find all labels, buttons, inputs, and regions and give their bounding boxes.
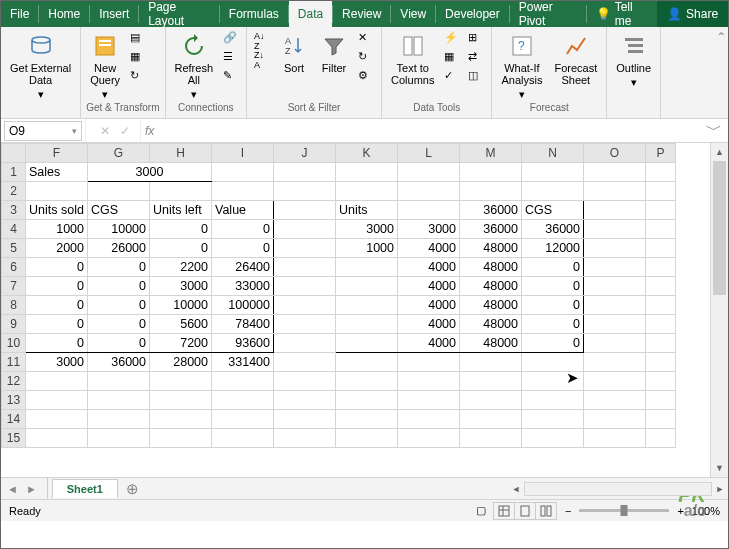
sort-az-button[interactable]: A↓Z — [252, 30, 272, 48]
cell-L9[interactable]: 4000 — [398, 315, 460, 334]
cell-F4[interactable]: 1000 — [26, 220, 88, 239]
cell-L5[interactable]: 4000 — [398, 239, 460, 258]
row-header-10[interactable]: 10 — [2, 334, 26, 353]
cell-G4[interactable]: 10000 — [88, 220, 150, 239]
enter-formula-button[interactable]: ✓ — [116, 124, 134, 138]
cell-O2[interactable] — [584, 182, 646, 201]
tab-formulas[interactable]: Formulas — [220, 1, 288, 27]
row-header-11[interactable]: 11 — [2, 353, 26, 372]
cell-G15[interactable] — [88, 429, 150, 448]
cell-N9[interactable]: 0 — [522, 315, 584, 334]
cell-I9[interactable]: 78400 — [212, 315, 274, 334]
cell-H5[interactable]: 0 — [150, 239, 212, 258]
row-header-7[interactable]: 7 — [2, 277, 26, 296]
cell-K7[interactable] — [336, 277, 398, 296]
sheet-nav-next[interactable]: ► — [26, 483, 37, 495]
cell-M2[interactable] — [460, 182, 522, 201]
row-header-6[interactable]: 6 — [2, 258, 26, 277]
cell-F10[interactable]: 0 — [26, 334, 88, 353]
vertical-scrollbar[interactable]: ▲ ▼ — [710, 143, 728, 477]
cell-G3[interactable]: CGS — [88, 201, 150, 220]
cell-L10[interactable]: 4000 — [398, 334, 460, 353]
cell-I3[interactable]: Value — [212, 201, 274, 220]
cell-N8[interactable]: 0 — [522, 296, 584, 315]
tab-developer[interactable]: Developer — [436, 1, 509, 27]
cell-J12[interactable] — [274, 372, 336, 391]
cell-M10[interactable]: 48000 — [460, 334, 522, 353]
sheet-nav-prev[interactable]: ◄ — [7, 483, 18, 495]
cell-H6[interactable]: 2200 — [150, 258, 212, 277]
cell-G2[interactable] — [88, 182, 150, 201]
col-header-K[interactable]: K — [336, 144, 398, 163]
cell-O1[interactable] — [584, 163, 646, 182]
cell-M9[interactable]: 48000 — [460, 315, 522, 334]
cell-N1[interactable] — [522, 163, 584, 182]
row-header-8[interactable]: 8 — [2, 296, 26, 315]
cell-P4[interactable] — [646, 220, 676, 239]
cell-H9[interactable]: 5600 — [150, 315, 212, 334]
row-header-1[interactable]: 1 — [2, 163, 26, 182]
cell-N5[interactable]: 12000 — [522, 239, 584, 258]
zoom-slider[interactable] — [579, 509, 669, 512]
page-layout-view-button[interactable] — [514, 502, 536, 520]
cell-G12[interactable] — [88, 372, 150, 391]
col-header-L[interactable]: L — [398, 144, 460, 163]
cell-N4[interactable]: 36000 — [522, 220, 584, 239]
cell-G13[interactable] — [88, 391, 150, 410]
cell-O8[interactable] — [584, 296, 646, 315]
normal-view-button[interactable] — [493, 502, 515, 520]
row-header-5[interactable]: 5 — [2, 239, 26, 258]
cell-H11[interactable]: 28000 — [150, 353, 212, 372]
cell-O9[interactable] — [584, 315, 646, 334]
cell-N15[interactable] — [522, 429, 584, 448]
cell-I15[interactable] — [212, 429, 274, 448]
tab-view[interactable]: View — [391, 1, 435, 27]
tab-review[interactable]: Review — [333, 1, 390, 27]
cell-N6[interactable]: 0 — [522, 258, 584, 277]
cell-O10[interactable] — [584, 334, 646, 353]
cell-J3[interactable] — [274, 201, 336, 220]
cell-G5[interactable]: 26000 — [88, 239, 150, 258]
cell-F11[interactable]: 3000 — [26, 353, 88, 372]
get-external-data-button[interactable]: Get External Data▾ — [6, 30, 75, 102]
cell-P7[interactable] — [646, 277, 676, 296]
new-query-button[interactable]: New Query▾ — [86, 30, 124, 102]
cell-L15[interactable] — [398, 429, 460, 448]
cell-P5[interactable] — [646, 239, 676, 258]
recent-sources-button[interactable]: ↻ — [128, 68, 148, 86]
cell-H15[interactable] — [150, 429, 212, 448]
cell-N3[interactable]: CGS — [522, 201, 584, 220]
zoom-in-button[interactable]: + — [677, 505, 683, 517]
cell-J1[interactable] — [274, 163, 336, 182]
cell-I8[interactable]: 100000 — [212, 296, 274, 315]
cell-O7[interactable] — [584, 277, 646, 296]
col-header-J[interactable]: J — [274, 144, 336, 163]
scroll-up-button[interactable]: ▲ — [711, 143, 728, 161]
cell-O11[interactable] — [584, 353, 646, 372]
cell-F12[interactable] — [26, 372, 88, 391]
macro-record-button[interactable]: ▢ — [476, 504, 486, 517]
cell-L1[interactable] — [398, 163, 460, 182]
cell-L3[interactable] — [398, 201, 460, 220]
cell-J11[interactable] — [274, 353, 336, 372]
forecast-sheet-button[interactable]: Forecast Sheet — [550, 30, 601, 88]
cell-H2[interactable] — [150, 182, 212, 201]
cell-L8[interactable]: 4000 — [398, 296, 460, 315]
cell-G14[interactable] — [88, 410, 150, 429]
reapply-button[interactable]: ↻ — [356, 49, 376, 67]
tab-home[interactable]: Home — [39, 1, 89, 27]
tab-page-layout[interactable]: Page Layout — [139, 1, 219, 27]
cell-H12[interactable] — [150, 372, 212, 391]
cell-P13[interactable] — [646, 391, 676, 410]
cell-L13[interactable] — [398, 391, 460, 410]
cell-M14[interactable] — [460, 410, 522, 429]
row-header-14[interactable]: 14 — [2, 410, 26, 429]
col-header-G[interactable]: G — [88, 144, 150, 163]
cell-G6[interactable]: 0 — [88, 258, 150, 277]
col-header-N[interactable]: N — [522, 144, 584, 163]
cell-J13[interactable] — [274, 391, 336, 410]
cell-F14[interactable] — [26, 410, 88, 429]
col-header-O[interactable]: O — [584, 144, 646, 163]
tab-data[interactable]: Data — [289, 1, 332, 27]
cell-F2[interactable] — [26, 182, 88, 201]
